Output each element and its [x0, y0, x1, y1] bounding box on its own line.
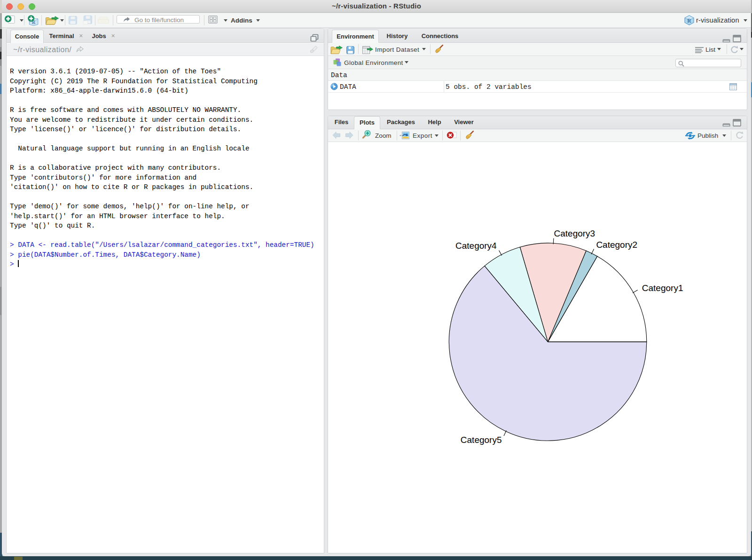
- svg-text:Category5: Category5: [461, 435, 502, 445]
- svg-text:R: R: [687, 18, 691, 24]
- svg-text:Category2: Category2: [596, 240, 637, 250]
- svg-text:Category4: Category4: [455, 241, 497, 251]
- svg-text:Category1: Category1: [642, 283, 683, 293]
- svg-text:Category3: Category3: [554, 229, 595, 238]
